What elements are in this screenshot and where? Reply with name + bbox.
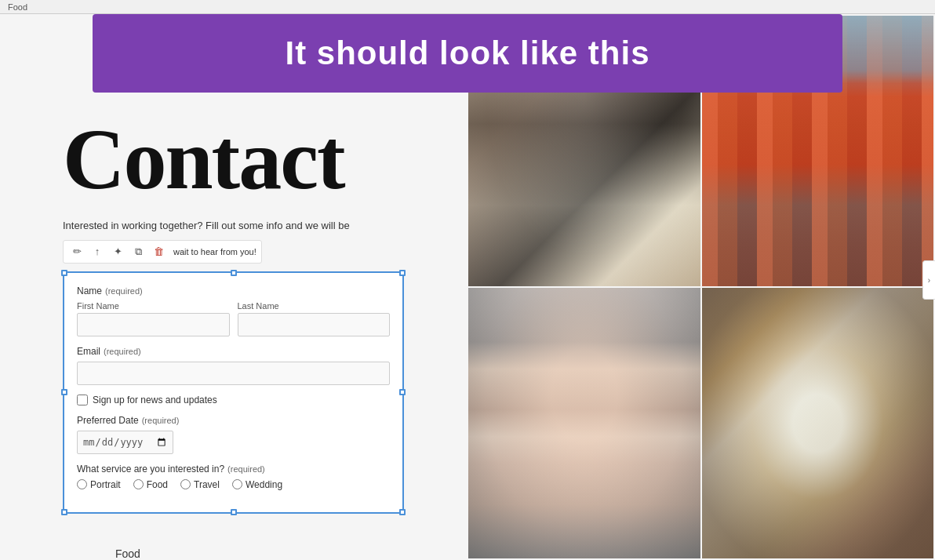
date-field-group: Preferred Date(required) xyxy=(77,415,390,454)
photo-portrait xyxy=(468,288,700,558)
pin-icon: ↑ xyxy=(95,245,100,257)
email-field-group: Email(required) xyxy=(77,346,390,385)
top-bar-text: Food xyxy=(8,2,27,12)
last-name-input[interactable] xyxy=(238,313,391,336)
radio-wedding: Wedding xyxy=(232,479,282,490)
radio-food-input[interactable] xyxy=(133,479,144,489)
delete-icon: 🗑 xyxy=(154,245,164,257)
newsletter-checkbox[interactable] xyxy=(77,395,88,405)
contact-title: Contact xyxy=(63,116,404,202)
edit-button[interactable]: ✏ xyxy=(68,243,85,260)
radio-travel: Travel xyxy=(180,479,220,490)
pin-button[interactable]: ↑ xyxy=(89,243,106,260)
handle-br[interactable] xyxy=(399,509,406,515)
radio-portrait-input[interactable] xyxy=(77,479,87,489)
edit-toolbar: ✏ ↑ ✦ ⧉ 🗑 wait to hear from you! xyxy=(63,240,262,264)
name-field-group: Name(required) First Name Last Name xyxy=(77,285,390,336)
banner-text: It should look like this xyxy=(285,35,649,72)
name-row: First Name Last Name xyxy=(77,301,390,336)
email-input[interactable] xyxy=(77,362,390,385)
radio-portrait: Portrait xyxy=(77,479,121,490)
copy-icon: ⧉ xyxy=(135,245,142,258)
photo-grid xyxy=(467,14,935,560)
date-label: Preferred Date(required) xyxy=(77,415,390,426)
main-content: Contact Interested in working together? … xyxy=(0,14,935,560)
purple-banner: It should look like this xyxy=(93,14,842,93)
radio-travel-input[interactable] xyxy=(180,479,191,489)
newsletter-label: Sign up for news and updates xyxy=(93,395,217,405)
toolbar-description-text: wait to hear from you! xyxy=(173,247,256,256)
radio-wedding-label: Wedding xyxy=(246,479,282,490)
handle-bm[interactable] xyxy=(231,509,237,515)
handle-tl[interactable] xyxy=(61,270,67,276)
name-label: Name(required) xyxy=(77,285,390,296)
radio-wedding-input[interactable] xyxy=(232,479,242,489)
date-input[interactable] xyxy=(77,431,173,454)
copy-button[interactable]: ⧉ xyxy=(129,243,147,260)
first-name-field: First Name xyxy=(77,301,230,336)
edit-icon: ✏ xyxy=(73,245,82,257)
last-name-field: Last Name xyxy=(238,301,391,336)
service-radio-row: Portrait Food Travel Wedding xyxy=(77,479,390,490)
left-panel: Contact Interested in working together? … xyxy=(0,14,467,560)
star-icon: ✦ xyxy=(114,245,122,257)
handle-mr[interactable] xyxy=(399,389,406,395)
radio-portrait-label: Portrait xyxy=(90,479,121,490)
radio-food-label: Food xyxy=(147,479,168,490)
contact-form: Name(required) First Name Last Name Em xyxy=(63,271,404,514)
photo-food xyxy=(702,288,934,558)
star-button[interactable]: ✦ xyxy=(109,243,126,260)
service-field-group: What service are you interested in?(requ… xyxy=(77,464,390,490)
last-name-label: Last Name xyxy=(238,301,391,311)
delete-button[interactable]: 🗑 xyxy=(150,243,167,260)
radio-food: Food xyxy=(133,479,168,490)
contact-description-line1: Interested in working together? Fill out… xyxy=(63,218,361,234)
top-bar: Food xyxy=(0,0,935,14)
bottom-text: Food xyxy=(115,547,140,560)
first-name-input[interactable] xyxy=(77,313,230,336)
first-name-label: First Name xyxy=(77,301,230,311)
handle-bl[interactable] xyxy=(61,509,67,515)
handle-tr[interactable] xyxy=(399,270,406,276)
email-label: Email(required) xyxy=(77,346,390,357)
service-label: What service are you interested in?(requ… xyxy=(77,464,390,475)
chevron-right-icon: › xyxy=(928,276,930,285)
handle-tm[interactable] xyxy=(231,270,237,276)
collapse-handle[interactable]: › xyxy=(922,260,935,300)
newsletter-checkbox-row: Sign up for news and updates xyxy=(77,395,390,405)
radio-travel-label: Travel xyxy=(194,479,220,490)
handle-ml[interactable] xyxy=(61,389,67,395)
